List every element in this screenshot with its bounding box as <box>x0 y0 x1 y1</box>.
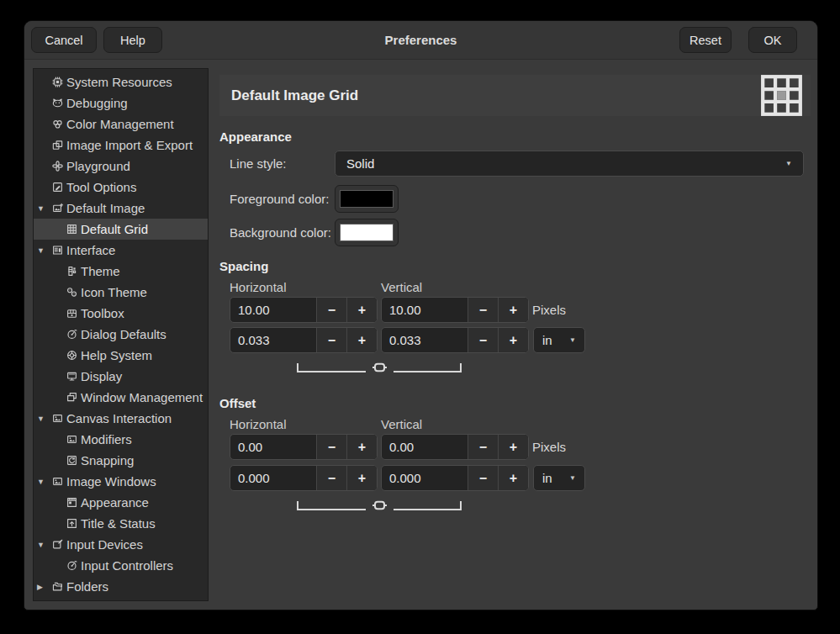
sidebar-item-label: Help System <box>81 348 152 362</box>
increment-button[interactable]: + <box>346 435 377 459</box>
tool-options-icon <box>50 181 65 194</box>
increment-button[interactable]: + <box>498 298 528 322</box>
decrement-button[interactable]: − <box>468 435 498 459</box>
decrement-button[interactable]: − <box>468 298 498 322</box>
minus-icon: − <box>328 333 335 348</box>
appearance-icon <box>65 496 79 510</box>
picture-icon <box>50 412 65 425</box>
import-export-icon <box>50 139 65 152</box>
sidebar-item-label: Folders <box>66 579 108 594</box>
expander-icon[interactable]: ▼ <box>37 204 50 213</box>
sidebar-item-icon-theme[interactable]: Icon Theme <box>34 282 208 303</box>
sidebar-item-label: Playground <box>66 159 130 173</box>
decrement-button[interactable]: − <box>316 435 346 459</box>
spacing-vertical-pixels-spinbox: − + <box>381 297 529 323</box>
increment-button[interactable]: + <box>346 298 377 322</box>
sidebar-item-interface[interactable]: ▼Interface <box>34 240 208 261</box>
line-style-dropdown[interactable]: Solid ▼ <box>335 151 804 177</box>
offset-chain-button[interactable] <box>372 499 388 515</box>
sidebar-item-default-grid[interactable]: Default Grid <box>34 219 208 240</box>
expander-icon[interactable]: ▼ <box>37 246 50 255</box>
offset-vertical-unit-input[interactable] <box>382 466 468 490</box>
spacing-unit-dropdown[interactable]: in ▼ <box>533 327 585 353</box>
sidebar-item-label: Title & Status <box>81 516 156 531</box>
expander-icon[interactable]: ▶ <box>37 583 50 591</box>
offset-unit-dropdown[interactable]: in ▼ <box>533 465 585 491</box>
sidebar-item-appearance[interactable]: Appearance <box>34 492 208 513</box>
titlebar: Cancel Help Preferences Reset OK <box>24 21 817 60</box>
increment-button[interactable]: + <box>498 328 528 352</box>
increment-button[interactable]: + <box>498 435 528 459</box>
sidebar-item-tool-options[interactable]: Tool Options <box>34 177 208 198</box>
spacing-chain-button[interactable] <box>372 362 388 377</box>
decrement-button[interactable]: − <box>316 466 346 490</box>
sidebar-item-playground[interactable]: Playground <box>34 156 208 177</box>
sidebar-item-image-windows[interactable]: ▼Image Windows <box>34 471 208 492</box>
sidebar-item-debugging[interactable]: Debugging <box>34 92 208 114</box>
background-color-button[interactable] <box>335 219 399 246</box>
sidebar-item-default-image[interactable]: ▼Default Image <box>34 198 208 219</box>
sidebar-item-snapping[interactable]: Snapping <box>34 450 208 471</box>
pinwheel-icon <box>50 160 65 173</box>
increment-button[interactable]: + <box>498 466 528 490</box>
spacing-horizontal-pixels-input[interactable] <box>230 298 316 322</box>
windows-icon <box>65 391 79 404</box>
sidebar-item-system-resources[interactable]: System Resources <box>34 71 208 92</box>
offset-horizontal-unit-spinbox: − + <box>230 465 378 491</box>
offset-vertical-pixels-spinbox: − + <box>381 434 529 460</box>
sidebar-item-folders[interactable]: ▶Folders <box>34 576 208 597</box>
sidebar-item-label: Canvas Interaction <box>66 411 172 425</box>
sidebar-item-color-management[interactable]: Color Management <box>34 114 208 135</box>
sidebar-item-input-controllers[interactable]: Input Controllers <box>34 555 208 576</box>
sidebar-item-dialog-defaults[interactable]: Dialog Defaults <box>34 324 208 345</box>
reset-button[interactable]: Reset <box>679 27 732 53</box>
chevron-down-icon: ▼ <box>569 474 576 482</box>
page-title: Default Image Grid <box>231 87 358 104</box>
spacing-vertical-unit-input[interactable] <box>382 328 468 352</box>
sidebar-item-help-system[interactable]: Help System <box>34 345 208 366</box>
sidebar-item-toolbox[interactable]: Toolbox <box>34 303 208 324</box>
line-style-value: Solid <box>346 156 374 171</box>
foreground-color-button[interactable] <box>335 185 399 213</box>
sidebar-item-image-import-export[interactable]: Image Import & Export <box>34 135 208 156</box>
page-header: Default Image Grid <box>219 75 811 116</box>
decrement-button[interactable]: − <box>316 328 346 352</box>
sidebar-item-window-management[interactable]: Window Management <box>34 387 208 408</box>
increment-button[interactable]: + <box>346 466 377 490</box>
expander-icon[interactable]: ▼ <box>37 541 50 549</box>
spacing-pixels-unit-label: Pixels <box>532 297 566 323</box>
color-circles-icon <box>50 118 65 131</box>
sidebar-item-canvas-interaction[interactable]: ▼Canvas Interaction <box>34 408 208 429</box>
offset-vertical-pixels-input[interactable] <box>382 435 468 459</box>
offset-section-label: Offset <box>219 396 256 410</box>
ok-button[interactable]: OK <box>748 27 797 53</box>
tablet-icon <box>50 538 65 552</box>
spacing-horizontal-label: Horizontal <box>230 280 287 294</box>
spacing-horizontal-unit-input[interactable] <box>230 328 316 352</box>
sidebar-item-input-devices[interactable]: ▼Input Devices <box>34 534 208 555</box>
sidebar-item-display[interactable]: Display <box>34 366 208 387</box>
expander-icon[interactable]: ▼ <box>37 415 50 423</box>
decrement-button[interactable]: − <box>468 328 498 352</box>
increment-button[interactable]: + <box>346 328 377 352</box>
snapping-icon <box>65 454 79 468</box>
background-color-swatch <box>340 224 394 241</box>
spacing-vertical-pixels-input[interactable] <box>382 298 468 322</box>
sidebar-item-label: System Resources <box>66 75 172 89</box>
offset-horizontal-pixels-input[interactable] <box>230 435 316 459</box>
sidebar-item-title-status[interactable]: Title & Status <box>34 513 208 534</box>
decrement-button[interactable]: − <box>316 298 346 322</box>
minus-icon: − <box>328 471 335 486</box>
sidebar-item-label: Interface <box>66 243 115 257</box>
foreground-color-label: Foreground color: <box>230 186 329 212</box>
sidebar-item-label: Toolbox <box>81 306 124 320</box>
folders-icon <box>50 580 65 594</box>
wilber-icon <box>50 97 65 110</box>
decrement-button[interactable]: − <box>468 466 498 490</box>
offset-horizontal-unit-input[interactable] <box>230 466 316 490</box>
spacing-link-row <box>297 361 462 372</box>
offset-unit-value: in <box>542 471 552 485</box>
expander-icon[interactable]: ▼ <box>37 478 50 486</box>
sidebar-item-modifiers[interactable]: Modifiers <box>34 429 208 450</box>
sidebar-item-theme[interactable]: Theme <box>34 261 208 282</box>
